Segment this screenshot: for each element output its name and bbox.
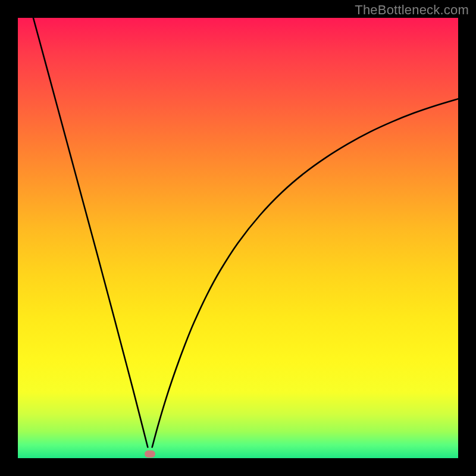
watermark-label: TheBottleneck.com — [355, 2, 469, 18]
left-branch-curve — [33, 18, 148, 447]
chart-container: TheBottleneck.com — [0, 0, 476, 476]
curve-svg — [18, 18, 458, 458]
plot-area — [18, 18, 458, 458]
bottleneck-marker — [145, 450, 155, 458]
right-branch-curve — [152, 99, 458, 447]
